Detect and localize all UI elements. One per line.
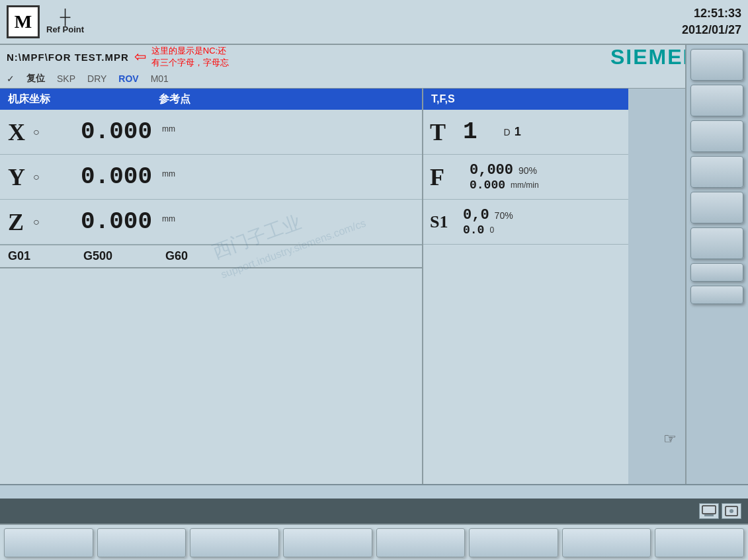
s-line2: 0.0 0 <box>463 223 513 237</box>
axis-y-value: 0.000 <box>46 163 152 190</box>
f-line1: 0,000 90% <box>470 162 539 179</box>
right-sidebar <box>685 45 748 484</box>
status-bar <box>0 499 748 524</box>
coord-row-y: Y ○ 0.000 mm <box>0 155 422 200</box>
fkey-btn-3[interactable] <box>190 528 279 557</box>
fkey-btn-8[interactable] <box>655 528 744 557</box>
mode-reset[interactable]: 复位 <box>26 73 45 85</box>
s-row-content: S1 0,0 70% 0.0 0 <box>430 207 513 237</box>
filepath-row: N:\MPF\FOR TEST.MPR ⇦ 这里的显示是NC:还 有三个字母，字… <box>0 45 748 69</box>
fkey-bar <box>0 524 748 560</box>
axis-x-circle: ○ <box>33 126 46 138</box>
main-content: 机床坐标 参考点 X ○ 0.000 mm Y ○ 0.000 mm Z ○ 0… <box>0 89 748 484</box>
f-label: F <box>430 163 456 191</box>
sidebar-btn-4[interactable] <box>690 156 743 188</box>
s-label: S1 <box>430 212 456 232</box>
annotation-line1: 这里的显示是NC:还 <box>151 45 229 57</box>
tfs-header: T,F,S <box>423 89 628 110</box>
s-pct: 70% <box>495 210 513 221</box>
ref-point-header: 参考点 <box>132 93 422 106</box>
svg-rect-1 <box>704 514 714 516</box>
sidebar-btn-5[interactable] <box>690 192 743 223</box>
annotation-line2: 有三个字母，字母忘 <box>151 57 229 69</box>
f-value1: 0,000 <box>470 162 513 179</box>
gcode-g500: G500 <box>83 249 112 263</box>
tfs-panel: T,F,S T 1 D 1 F 0,000 90% 0.000 mm/min <box>423 89 628 484</box>
top-left: M ┼ Ref Point <box>7 5 84 38</box>
d-value: 1 <box>515 125 521 139</box>
f-values-block: 0,000 90% 0.000 mm/min <box>470 162 539 192</box>
tfs-row-s: S1 0,0 70% 0.0 0 <box>423 200 628 245</box>
m-label: M <box>15 11 32 32</box>
coord-row-x: X ○ 0.000 mm <box>0 110 422 155</box>
fkey-btn-5[interactable] <box>376 528 466 557</box>
ref-point-label: Ref Point <box>46 24 84 34</box>
axis-z-label: Z <box>0 208 33 236</box>
fkey-btn-4[interactable] <box>283 528 372 557</box>
time-display: 12:51:33 <box>682 5 741 22</box>
axis-y-unit: mm <box>152 164 185 179</box>
tfs-header-label: T,F,S <box>431 93 455 105</box>
gcodes-row: G01 G500 G60 <box>0 245 422 268</box>
mode-skp[interactable]: SKP <box>57 73 75 84</box>
svg-rect-0 <box>702 506 716 514</box>
machine-coord-header: 机床坐标 <box>0 93 132 106</box>
s-value1: 0,0 <box>463 207 489 223</box>
datetime-display: 12:51:33 2012/01/27 <box>682 5 741 38</box>
sidebar-btn-3[interactable] <box>690 120 743 152</box>
s-unit: 0 <box>489 225 494 235</box>
date-display: 2012/01/27 <box>682 22 741 38</box>
sidebar-btn-7[interactable] <box>690 263 743 282</box>
axis-z-value: 0.000 <box>46 208 152 235</box>
s-line1: 0,0 70% <box>463 207 513 223</box>
axis-x-unit: mm <box>152 119 185 134</box>
coord-table-header: 机床坐标 参考点 <box>0 89 422 110</box>
fkey-btn-1[interactable] <box>4 528 93 557</box>
axis-x-label: X <box>0 118 33 146</box>
ref-point-indicator: ┼ Ref Point <box>46 10 84 34</box>
mode-rov[interactable]: ROV <box>118 73 138 84</box>
fkey-btn-7[interactable] <box>562 528 651 557</box>
tfs-row-f: F 0,000 90% 0.000 mm/min <box>423 155 628 200</box>
status-icon-1 <box>699 503 719 519</box>
svg-point-3 <box>729 509 733 513</box>
f-row-top: F 0,000 90% 0.000 mm/min <box>430 162 539 192</box>
d-label: D <box>504 127 511 138</box>
f-line2: 0.000 mm/min <box>470 179 539 192</box>
left-panel: 机床坐标 参考点 X ○ 0.000 mm Y ○ 0.000 mm Z ○ 0… <box>0 89 423 484</box>
axis-z-circle: ○ <box>33 216 46 228</box>
arrow-icon: ⇦ <box>134 50 146 64</box>
fkey-btn-6[interactable] <box>469 528 558 557</box>
sidebar-btn-8[interactable] <box>690 286 743 304</box>
sidebar-btn-6[interactable] <box>690 227 743 259</box>
sidebar-btn-1[interactable] <box>690 49 743 81</box>
tfs-row-t: T 1 D 1 <box>423 110 628 155</box>
filepath-annotation: 这里的显示是NC:还 有三个字母，字母忘 <box>151 45 229 69</box>
filepath-text: N:\MPF\FOR TEST.MPR <box>7 52 129 63</box>
top-bar: M ┼ Ref Point 12:51:33 2012/01/27 <box>0 0 748 45</box>
axis-z-unit: mm <box>152 209 185 223</box>
status-icon-2 <box>722 503 741 519</box>
fkey-btn-2[interactable] <box>97 528 187 557</box>
mode-m01[interactable]: M01 <box>151 73 169 84</box>
m-icon: M <box>7 5 40 38</box>
s-values-block: 0,0 70% 0.0 0 <box>463 207 513 237</box>
f-unit: mm/min <box>511 180 539 190</box>
axis-y-circle: ○ <box>33 171 46 183</box>
s-value2: 0.0 <box>463 223 484 237</box>
mode-bar: ✓ 复位 SKP DRY ROV M01 <box>0 69 748 89</box>
coord-row-z: Z ○ 0.000 mm <box>0 200 422 245</box>
f-value2: 0.000 <box>470 179 505 192</box>
axis-x-value: 0.000 <box>46 118 152 145</box>
sidebar-btn-2[interactable] <box>690 85 743 116</box>
gcode-g01: G01 <box>8 249 30 263</box>
t-label: T <box>430 118 456 146</box>
axis-y-label: Y <box>0 163 33 191</box>
f-pct: 90% <box>519 165 537 176</box>
t-value: 1 <box>463 118 478 145</box>
gcode-g60: G60 <box>165 249 188 263</box>
mode-dry[interactable]: DRY <box>87 73 106 84</box>
checkmark-icon: ✓ <box>7 73 15 84</box>
crosshair-icon: ┼ <box>60 10 71 24</box>
